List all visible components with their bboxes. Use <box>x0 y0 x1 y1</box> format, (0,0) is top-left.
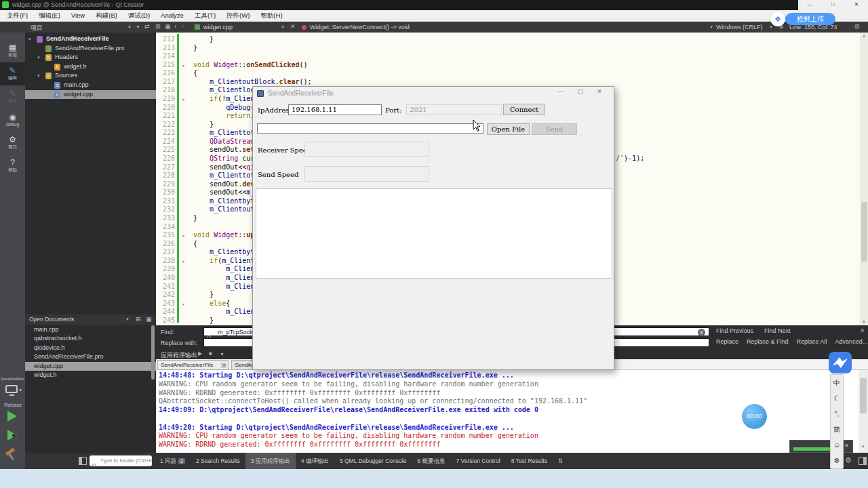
pane-button-6-[interactable]: 6 概要信息 <box>412 453 450 469</box>
tree-item-headers[interactable]: ▾hHeaders <box>25 53 156 62</box>
pane-button-1-[interactable]: 1 问题2 <box>155 453 191 469</box>
panel-icon[interactable]: ▣ <box>165 24 171 30</box>
scroll-up-icon[interactable]: ▲ <box>862 34 866 38</box>
ime-moon-icon[interactable]: ☾ <box>834 395 840 402</box>
output-scrollbar[interactable]: ▼ <box>859 370 868 453</box>
expand-icon[interactable]: ▾ <box>37 53 40 62</box>
filter-output-icon[interactable]: ▼ <box>220 352 224 357</box>
menu-item-7[interactable]: 控件(W) <box>221 10 255 21</box>
pane-button-4-[interactable]: 4 编译输出 <box>296 453 334 469</box>
fold-marker-icon[interactable]: ▾ <box>182 233 184 238</box>
ime-settings-icon[interactable]: ⚙ <box>834 458 840 464</box>
split-editor-icon[interactable]: ⊞ <box>854 24 860 30</box>
replace-all-button[interactable]: Replace All <box>797 338 827 345</box>
close-progress-icon[interactable]: ✕ <box>844 443 849 449</box>
right-sidebar-toggle-icon[interactable] <box>859 457 867 465</box>
dialog-text-area[interactable] <box>256 188 612 279</box>
open-document-selector[interactable]: widget.cpp <box>203 24 233 30</box>
clear-find-icon[interactable]: ✕ <box>698 329 705 336</box>
mode-welcome[interactable]: ▦欢迎 <box>0 39 25 62</box>
od-split-icon[interactable]: ⊞ <box>136 317 141 323</box>
advanced--button[interactable]: Advanced... <box>835 338 868 345</box>
tree-item-widget-cpp[interactable]: cwidget.cpp <box>25 90 156 100</box>
open-documents-scrollbar[interactable] <box>151 325 155 380</box>
ip-address-input[interactable]: 192.168.1.11 <box>288 104 382 115</box>
kit-expand-icon[interactable]: ▸ <box>20 387 22 392</box>
tree-item-main-cpp[interactable]: cmain.cpp <box>25 81 156 90</box>
open-doc-main-cpp[interactable]: main.cpp <box>25 325 156 334</box>
output-scroll-handle[interactable] <box>860 378 867 413</box>
pane-arrows-icon[interactable]: ⇅ <box>553 453 568 469</box>
menu-item-2[interactable]: View <box>66 10 90 21</box>
replace-find-button[interactable]: Replace & Find <box>747 338 789 345</box>
menu-item-5[interactable]: Analyze <box>155 10 189 21</box>
netdisk-bird-icon[interactable] <box>829 352 852 373</box>
menu-item-8[interactable]: 帮助(H) <box>255 10 288 21</box>
pane-button-8-test-results[interactable]: 8 Test Results <box>506 453 553 469</box>
encoding-selector[interactable]: Windows (CRLF) <box>716 24 763 30</box>
pane-button-5-qml-debugger-console[interactable]: 5 QML Debugger Console <box>334 453 412 469</box>
ime-punctuation[interactable]: °, <box>835 411 840 418</box>
mode-design[interactable]: ✎设计 <box>0 85 25 108</box>
split-add-icon[interactable]: ⊞ <box>155 24 161 30</box>
editor-scrollbar[interactable]: ▲ ▼ <box>860 33 868 327</box>
dialog-close-icon[interactable]: ✕ <box>593 88 606 95</box>
connect-button[interactable]: Connect <box>503 104 545 115</box>
mode-debug[interactable]: ◉Debug <box>0 108 25 131</box>
forward-icon[interactable]: › <box>182 23 184 30</box>
file-path-input[interactable] <box>257 123 484 134</box>
screen-record-timer[interactable]: 00:00 <box>742 404 767 429</box>
output-tab-0[interactable]: SendAndReceiverFile✕ <box>157 360 229 370</box>
fold-marker-icon[interactable]: ▾ <box>182 259 184 264</box>
pane-button-2-search-results[interactable]: 2 Search Results <box>191 453 245 469</box>
fold-marker-icon[interactable]: ▾ <box>182 97 184 102</box>
ime-emoji-icon[interactable]: ☺ <box>833 442 840 449</box>
menu-item-1[interactable]: 编辑(E) <box>33 10 66 21</box>
maximize-icon[interactable]: □ <box>821 0 844 10</box>
tree-item-sendandreceiverfile[interactable]: ▾SendAndReceiverFile <box>25 35 156 44</box>
tree-item-sources[interactable]: ▾cSources <box>25 71 156 81</box>
find-next-button[interactable]: Find Next <box>764 327 791 334</box>
editor-scroll-handle[interactable] <box>861 202 867 262</box>
document-dropdown-icon[interactable]: ▼ <box>281 25 285 29</box>
run-button[interactable] <box>7 411 17 422</box>
open-doc-qiodevice-h[interactable]: qiodevice.h <box>25 344 156 352</box>
send-receiver-dialog[interactable]: SendAndReceiverFile — □ ✕ IpAddress: 192… <box>252 86 614 370</box>
close-icon[interactable]: ✕ <box>845 0 868 10</box>
find-previous-button[interactable]: Find Previous <box>716 327 753 334</box>
back-icon[interactable]: ‹ <box>174 23 176 30</box>
close-find-bar-icon[interactable]: ✕ <box>860 328 865 334</box>
encoding-dropdown-icon[interactable]: ▼ <box>709 25 713 29</box>
fold-marker-icon[interactable]: ▾ <box>182 302 184 306</box>
mode-edit[interactable]: ✎编辑 <box>0 62 25 85</box>
locator-input[interactable]: Type to locate (Ctrl+K) <box>90 455 152 466</box>
fold-marker-icon[interactable]: ▾ <box>182 63 184 68</box>
menu-item-4[interactable]: 调试(D) <box>123 10 155 21</box>
sidebar-toggle-icon[interactable] <box>79 457 87 465</box>
menu-item-6[interactable]: 工具(T) <box>189 10 221 21</box>
open-doc-widget-h[interactable]: widget.h <box>25 371 156 380</box>
replace-button[interactable]: Replace <box>716 338 738 345</box>
menu-item-0[interactable]: 文件(F) <box>1 10 33 21</box>
open-doc-sendandreceiverfile-pro[interactable]: SendAndReceiverFile.pro <box>25 352 156 361</box>
tree-item-widget-h[interactable]: hwidget.h <box>25 62 156 72</box>
menu-item-3[interactable]: 构建(B) <box>90 10 123 21</box>
gear-icon[interactable]: ⚙ <box>845 456 852 465</box>
sync-icon[interactable]: ⇄ <box>144 24 150 30</box>
open-file-button[interactable]: Open File <box>487 123 530 135</box>
chevron-down-icon[interactable]: ▼ <box>127 25 132 29</box>
open-doc-widget-cpp[interactable]: widget.cpp <box>25 362 156 371</box>
open-doc-qabstractsocket-h[interactable]: qabstractsocket.h <box>25 334 156 343</box>
minimize-icon[interactable]: — <box>798 0 821 10</box>
scroll-down-icon[interactable]: ▼ <box>862 320 866 324</box>
ime-simplified[interactable]: 简 <box>833 426 840 433</box>
expand-icon[interactable]: ▾ <box>28 35 31 44</box>
stop-icon[interactable]: ■ <box>209 351 212 357</box>
kit-desktop-icon[interactable] <box>5 385 18 393</box>
encoding-dropdown-icon-2[interactable]: ▼ <box>769 25 773 29</box>
output-scroll-down-icon[interactable]: ▼ <box>861 445 865 449</box>
mode-help[interactable]: ?帮助 <box>0 155 25 178</box>
mode-projects[interactable]: ⚙项目 <box>0 131 25 155</box>
filter-icon[interactable]: ▼ <box>136 24 140 29</box>
od-close-icon[interactable]: ▣ <box>146 317 152 323</box>
